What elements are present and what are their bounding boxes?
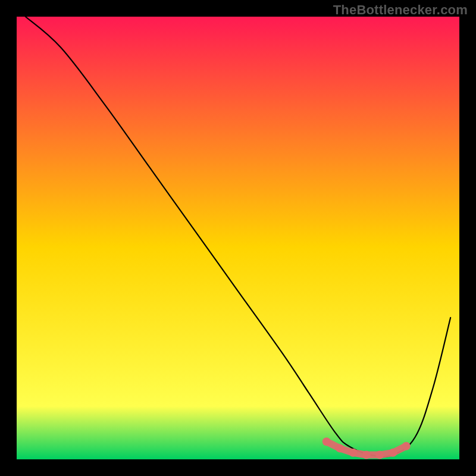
highlight-dot (322, 437, 331, 446)
highlight-dot (375, 451, 384, 459)
highlight-dot (349, 449, 357, 457)
highlight-dot (336, 444, 344, 452)
watermark-label: TheBottlenecker.com (333, 2, 468, 18)
highlight-dot (402, 442, 411, 450)
highlight-dot (389, 449, 397, 457)
highlight-dot (362, 451, 371, 459)
plot-area (17, 17, 459, 459)
chart-frame: TheBottlenecker.com (0, 0, 476, 476)
gradient-rect (17, 17, 459, 459)
chart-svg (17, 17, 459, 459)
